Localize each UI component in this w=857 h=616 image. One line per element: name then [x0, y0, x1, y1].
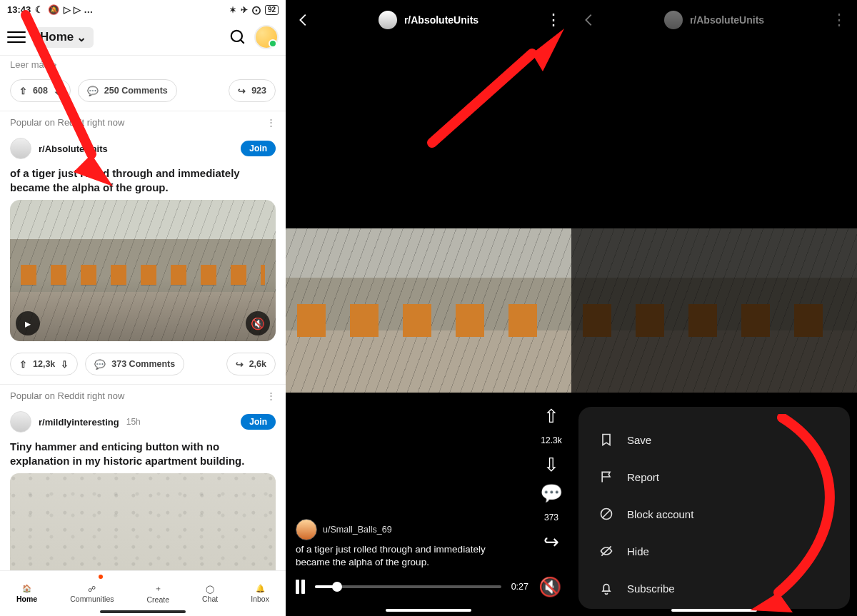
- status-time: 13:43: [7, 4, 31, 15]
- mute-button[interactable]: 🔇: [538, 577, 561, 596]
- tiger-silhouette-row: [583, 304, 846, 337]
- sheet-hide[interactable]: Hide: [594, 532, 834, 570]
- vote-pill[interactable]: ⇧ 608 ⇩: [10, 79, 71, 102]
- pause-button[interactable]: [296, 580, 305, 594]
- more-options-button[interactable]: ⋮: [546, 11, 561, 29]
- play-badge-icon[interactable]: ▸: [16, 311, 40, 335]
- downvote-icon[interactable]: ⇩: [61, 359, 69, 370]
- share-button[interactable]: ↪: [543, 532, 559, 551]
- feed-dropdown[interactable]: Home ⌄: [33, 27, 94, 48]
- battery-icon: 92: [265, 5, 279, 15]
- comments-value: 250 Comments: [104, 86, 168, 96]
- tab-inbox[interactable]: 🔔 Inbox: [251, 584, 269, 603]
- score-value: 12,3k: [33, 359, 55, 369]
- share-icon: ↪: [238, 86, 246, 96]
- subreddit-icon[interactable]: [10, 411, 31, 433]
- section-label: Popular on Reddit right now ⋮: [0, 384, 286, 407]
- tab-label: Create: [147, 595, 170, 604]
- panel-feed: 13:43 ☾ 🔕 ▷ ▷ … ✶ ✈ ⨀ 92 Home ⌄ Leer más…: [0, 0, 286, 616]
- previous-post-actions: ⇧ 608 ⇩ 💬 250 Comments ↪ 923: [0, 74, 286, 111]
- tab-label: Home: [16, 595, 37, 603]
- comments-value: 373 Comments: [111, 359, 175, 369]
- subreddit-name[interactable]: r/AbsoluteUnits: [39, 143, 108, 154]
- subreddit-icon: [664, 11, 683, 29]
- read-more-link[interactable]: Leer más >: [10, 59, 276, 70]
- share-pill[interactable]: ↪ 923: [229, 79, 276, 102]
- upvote-button[interactable]: ⇧: [543, 407, 559, 425]
- upvote-icon[interactable]: ⇧: [19, 86, 27, 96]
- tab-communities[interactable]: ☍ Communities: [70, 585, 114, 603]
- previous-post-tail: Leer más >: [0, 55, 286, 74]
- poster-row[interactable]: u/Small_Balls_69: [296, 519, 392, 540]
- more-options-button: ⋮: [831, 11, 847, 29]
- action-sheet: Save Report Block account Hide Subscribe…: [578, 407, 850, 609]
- subreddit-name[interactable]: r/mildlyinteresting: [39, 417, 119, 428]
- back-button[interactable]: [581, 12, 597, 28]
- score-value: 608: [33, 86, 48, 96]
- tiger-silhouette-row: [297, 304, 560, 337]
- subreddit-icon[interactable]: [10, 138, 31, 159]
- share-pill[interactable]: ↪ 2,6k: [226, 353, 276, 375]
- sheet-subscribe[interactable]: Subscribe: [594, 570, 834, 607]
- plus-icon: ＋: [154, 584, 162, 594]
- section-more-icon[interactable]: ⋮: [266, 390, 276, 401]
- status-bar: 13:43 ☾ 🔕 ▷ ▷ … ✶ ✈ ⨀ 92: [0, 0, 286, 19]
- sheet-report[interactable]: Report: [594, 458, 834, 495]
- sheet-block[interactable]: Block account: [594, 495, 834, 532]
- sheet-save[interactable]: Save: [594, 421, 834, 458]
- sheet-label: Save: [627, 434, 651, 446]
- join-button[interactable]: Join: [241, 141, 276, 156]
- comments-pill[interactable]: 💬 250 Comments: [78, 79, 177, 102]
- downvote-icon[interactable]: ⇩: [54, 86, 61, 96]
- search-button[interactable]: [229, 28, 247, 46]
- subreddit-icon[interactable]: [379, 11, 397, 29]
- annotation-arrow: [421, 29, 564, 150]
- tiger-silhouette-row: [21, 265, 265, 285]
- video-header-dimmed: r/AbsoluteUnits ⋮: [571, 0, 857, 40]
- downvote-button[interactable]: ⇩: [543, 455, 559, 474]
- tab-home[interactable]: 🏠 Home: [16, 584, 37, 603]
- bottom-tab-bar: 🏠 Home ☍ Communities ＋ Create ◯ Chat 🔔 I…: [0, 570, 286, 616]
- svg-point-0: [231, 31, 242, 41]
- tab-create[interactable]: ＋ Create: [147, 584, 170, 604]
- mute-status-icon: 🔕: [48, 4, 59, 15]
- video-side-actions: ⇧ 12.3k ⇩ 💬 373 ↪: [540, 407, 563, 551]
- video-caption: of a tiger just rolled through and immed…: [296, 543, 521, 569]
- video-frame[interactable]: [286, 228, 571, 393]
- post-title[interactable]: Tiny hammer and enticing button with no …: [0, 437, 286, 473]
- notification-dot-icon: [99, 575, 103, 579]
- profile-avatar[interactable]: [254, 25, 279, 49]
- bookmark-icon: [598, 432, 614, 448]
- post-title[interactable]: of a tiger just rolled through and immed…: [0, 163, 286, 200]
- comments-pill[interactable]: 💬 373 Comments: [85, 353, 184, 375]
- sheet-label: Block account: [627, 508, 693, 520]
- play-icon: ▷: [74, 4, 81, 15]
- subreddit-name: r/AbsoluteUnits: [690, 14, 764, 26]
- section-label: Popular on Reddit right now ⋮: [0, 111, 286, 133]
- bell-icon: [598, 580, 614, 596]
- video-frame-dimmed: [571, 228, 857, 393]
- tab-label: Inbox: [251, 595, 269, 603]
- share-icon: ↪: [236, 359, 244, 370]
- upvote-icon[interactable]: ⇧: [19, 359, 27, 370]
- moon-icon: ☾: [35, 4, 44, 15]
- tab-chat[interactable]: ◯ Chat: [202, 585, 218, 603]
- poster-avatar: [296, 519, 317, 540]
- svg-line-1: [241, 40, 244, 44]
- hamburger-button[interactable]: [7, 28, 26, 46]
- vote-pill[interactable]: ⇧ 12,3k ⇩: [10, 353, 78, 375]
- post-video[interactable]: ▸ 🔇: [10, 200, 276, 341]
- mute-badge-icon[interactable]: 🔇: [246, 311, 270, 335]
- top-bar: Home ⌄: [0, 19, 286, 55]
- section-more-icon[interactable]: ⋮: [266, 117, 276, 128]
- comment-icon: 💬: [94, 359, 106, 370]
- subreddit-name[interactable]: r/AbsoluteUnits: [404, 14, 478, 26]
- sheet-label: Hide: [627, 545, 649, 557]
- post-header: r/mildlyinteresting 15h Join: [0, 407, 286, 437]
- sheet-label: Subscribe: [627, 582, 675, 595]
- join-button[interactable]: Join: [241, 414, 276, 430]
- gesture-bar-icon: [671, 609, 757, 612]
- seek-bar[interactable]: [315, 585, 501, 588]
- back-button[interactable]: [296, 12, 311, 28]
- comments-button[interactable]: 💬: [540, 484, 563, 503]
